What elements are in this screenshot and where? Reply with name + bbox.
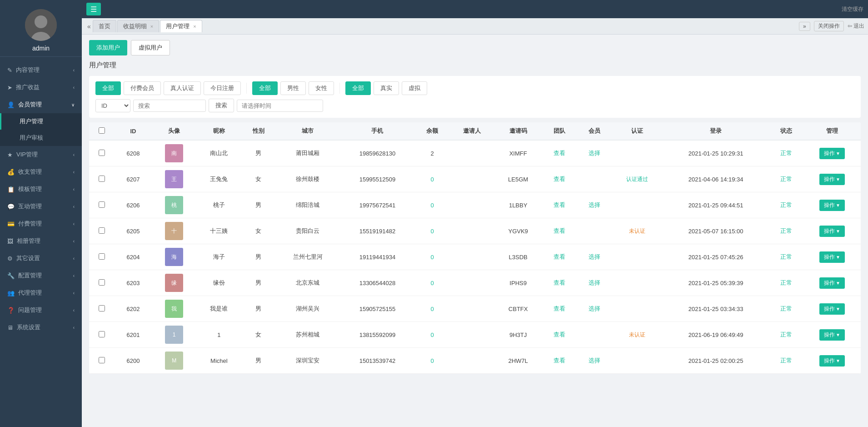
search-input[interactable] bbox=[133, 100, 206, 112]
sidebar-item-content[interactable]: ✎ 内容管理 ‹ bbox=[0, 61, 82, 79]
team-view-link[interactable]: 查看 bbox=[554, 227, 565, 234]
menu-toggle-button[interactable]: ☰ bbox=[86, 3, 101, 15]
row-checkbox[interactable] bbox=[99, 201, 105, 208]
team-view-link[interactable]: 查看 bbox=[554, 305, 565, 312]
manage-op-button[interactable]: 操作 ▼ bbox=[819, 200, 845, 211]
tabs-bar: « 首页 收益明细 × 用户管理 × » 关闭操作 ⇦ 退出 bbox=[82, 18, 868, 35]
topbar: ☰ 清空缓存 bbox=[82, 0, 868, 18]
filter-verified-button[interactable]: 真人认证 bbox=[164, 81, 201, 95]
member-select-link[interactable]: 选择 bbox=[589, 150, 600, 156]
member-select-link[interactable]: 选择 bbox=[589, 357, 600, 364]
cell-login: 2021-06-19 06:49:49 bbox=[663, 322, 769, 348]
cell-member: 选择 bbox=[577, 244, 612, 270]
filter-male-button[interactable]: 男性 bbox=[280, 81, 306, 95]
clear-cache-link[interactable]: 清空缓存 bbox=[842, 5, 863, 13]
member-select-link[interactable]: 选择 bbox=[589, 279, 600, 286]
manage-op-button[interactable]: 操作 ▼ bbox=[819, 303, 845, 315]
select-all-checkbox[interactable] bbox=[99, 127, 105, 134]
filter-female-button[interactable]: 女性 bbox=[309, 81, 334, 95]
op-arrow-icon: ▼ bbox=[836, 358, 840, 363]
row-checkbox[interactable] bbox=[99, 357, 105, 363]
manage-op-button[interactable]: 操作 ▼ bbox=[819, 251, 845, 263]
search-field-select[interactable]: ID 昵称 手机 邀请码 bbox=[95, 99, 130, 112]
cell-team: 查看 bbox=[542, 348, 577, 374]
cell-invite-code: YGVK9 bbox=[494, 218, 542, 244]
team-view-link[interactable]: 查看 bbox=[554, 331, 565, 338]
member-select-link[interactable]: 选择 bbox=[589, 305, 600, 312]
cell-auth bbox=[612, 140, 663, 166]
sidebar-item-vip[interactable]: ★ VIP管理 ‹ bbox=[0, 146, 82, 163]
sidebar-item-system[interactable]: 🖥 系统设置 ‹ bbox=[0, 319, 82, 336]
cell-nickname: 王兔兔 bbox=[197, 166, 241, 192]
manage-op-button[interactable]: 操作 ▼ bbox=[819, 226, 845, 237]
filter-virtual-button[interactable]: 虚拟 bbox=[402, 81, 427, 95]
sidebar-item-config[interactable]: 🔧 配置管理 ‹ bbox=[0, 267, 82, 284]
team-view-link[interactable]: 查看 bbox=[554, 176, 565, 182]
sidebar-item-user-audit[interactable]: 用户审核 bbox=[0, 130, 82, 146]
filter-real-button[interactable]: 真实 bbox=[374, 81, 399, 95]
tab-home[interactable]: 首页 bbox=[93, 20, 116, 32]
manage-op-button[interactable]: 操作 ▼ bbox=[819, 277, 845, 289]
sidebar-item-other[interactable]: ⚙ 其它设置 ‹ bbox=[0, 250, 82, 267]
cell-manage: 操作 ▼ bbox=[803, 348, 861, 374]
row-checkbox[interactable] bbox=[99, 305, 105, 311]
cell-nickname: 海子 bbox=[197, 244, 241, 270]
tab-income[interactable]: 收益明细 × bbox=[117, 20, 159, 32]
row-checkbox[interactable] bbox=[99, 176, 105, 182]
team-view-link[interactable]: 查看 bbox=[554, 150, 565, 156]
tabs-prev-button[interactable]: « bbox=[85, 22, 93, 31]
filter-all-button[interactable]: 全部 bbox=[95, 81, 121, 95]
manage-op-button[interactable]: 操作 ▼ bbox=[819, 329, 845, 341]
team-view-link[interactable]: 查看 bbox=[554, 357, 565, 364]
sidebar-item-promote[interactable]: ➤ 推广收益 ‹ bbox=[0, 79, 82, 96]
chevron-icon: ∨ bbox=[71, 102, 75, 107]
filter-all-gender-button[interactable]: 全部 bbox=[252, 81, 278, 95]
row-checkbox[interactable] bbox=[99, 253, 105, 260]
row-checkbox[interactable] bbox=[99, 279, 105, 286]
sidebar-item-template[interactable]: 📋 模板管理 ‹ bbox=[0, 181, 82, 198]
sidebar-item-finance[interactable]: 💰 收支管理 ‹ bbox=[0, 163, 82, 181]
close-ops-button[interactable]: 关闭操作 bbox=[814, 21, 844, 31]
member-select-link[interactable]: 选择 bbox=[589, 253, 600, 260]
member-select-link[interactable]: 选择 bbox=[589, 201, 600, 208]
manage-op-button[interactable]: 操作 ▼ bbox=[819, 174, 845, 185]
tab-income-close[interactable]: × bbox=[150, 24, 153, 29]
row-checkbox[interactable] bbox=[99, 331, 105, 337]
sidebar-item-agent[interactable]: 👥 代理管理 ‹ bbox=[0, 284, 82, 301]
cell-gender: 女 bbox=[241, 218, 276, 244]
cell-manage: 操作 ▼ bbox=[803, 166, 861, 192]
sidebar-item-payment[interactable]: 💳 付费管理 ‹ bbox=[0, 215, 82, 232]
team-view-link[interactable]: 查看 bbox=[554, 201, 565, 208]
sidebar-item-album[interactable]: 🖼 相册管理 ‹ bbox=[0, 232, 82, 250]
sidebar-item-question[interactable]: ❓ 问题管理 ‹ bbox=[0, 301, 82, 319]
row-checkbox[interactable] bbox=[99, 150, 105, 156]
tabs-next-button[interactable]: » bbox=[799, 22, 810, 31]
sidebar-item-user-manage[interactable]: 用户管理 bbox=[0, 113, 82, 130]
cell-phone: 19119441934 bbox=[340, 244, 415, 270]
date-picker-input[interactable] bbox=[237, 100, 323, 112]
filter-today-button[interactable]: 今日注册 bbox=[204, 81, 241, 95]
add-user-button[interactable]: 添加用户 bbox=[89, 40, 127, 55]
cell-invite-code: IPHS9 bbox=[494, 270, 542, 296]
tab-user-mgmt-close[interactable]: × bbox=[193, 24, 196, 29]
cell-status: 正常 bbox=[769, 270, 803, 296]
logout-link[interactable]: ⇦ 退出 bbox=[848, 22, 864, 30]
virtual-user-button[interactable]: 虚拟用户 bbox=[131, 40, 170, 55]
cell-inviter bbox=[449, 166, 494, 192]
filter-paid-button[interactable]: 付费会员 bbox=[124, 81, 161, 95]
cell-manage: 操作 ▼ bbox=[803, 322, 861, 348]
sidebar-item-member[interactable]: 👤 会员管理 ∨ bbox=[0, 96, 82, 113]
status-badge: 正常 bbox=[780, 331, 792, 338]
row-checkbox[interactable] bbox=[99, 227, 105, 234]
system-icon: 🖥 bbox=[7, 324, 13, 331]
manage-op-button[interactable]: 操作 ▼ bbox=[819, 355, 845, 367]
manage-op-button[interactable]: 操作 ▼ bbox=[819, 148, 845, 159]
team-view-link[interactable]: 查看 bbox=[554, 253, 565, 260]
cell-avatar: 1 bbox=[151, 322, 196, 348]
cell-id: 6200 bbox=[115, 348, 151, 374]
sidebar-item-interact[interactable]: 💬 互动管理 ‹ bbox=[0, 198, 82, 215]
tab-user-mgmt[interactable]: 用户管理 × bbox=[160, 20, 202, 32]
team-view-link[interactable]: 查看 bbox=[554, 279, 565, 286]
filter-all-type-button[interactable]: 全部 bbox=[345, 81, 371, 95]
search-button[interactable]: 搜索 bbox=[209, 99, 234, 112]
